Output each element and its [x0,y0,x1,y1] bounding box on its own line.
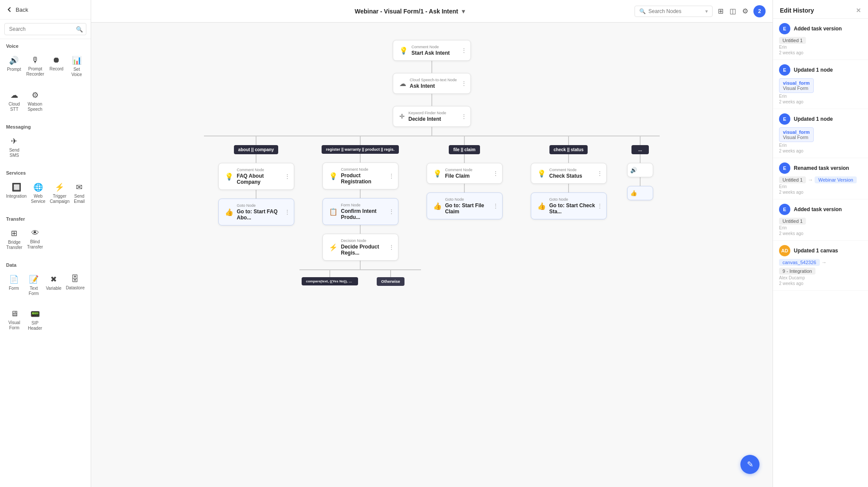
sidebar-item-variable[interactable]: ✖Variable [44,271,63,300]
variable-label: Variable [46,286,62,291]
ask-intent-node[interactable]: ☁ Cloud Speech-to-text Node Ask Intent ⋮ [393,73,471,94]
branch-2-comment-label: Product Registration [341,172,392,185]
decision-node[interactable]: ⚡ Decision Node Decide Product Regis... … [322,234,398,261]
start-node-label: Start Ask Intent [411,50,464,56]
start-node[interactable]: 💡 Comment Node Start Ask Intent ⋮ [393,40,471,61]
settings-icon[interactable]: ⚙ [742,7,748,15]
history-item-2-header: E Updated 1 node [779,64,862,76]
history-item-2-link[interactable]: visual_form [783,80,810,86]
sidebar-item-sip-header[interactable]: 📟SIP Header [25,306,45,335]
history-item-2-avatar: E [779,64,790,76]
branch-4-comment-menu[interactable]: ⋮ [597,170,603,177]
history-item-3-tags: visual_form Visual Form [779,127,862,142]
sidebar-item-msg4[interactable] [66,133,86,162]
branch-1-goto-type: Goto Node [237,203,288,208]
topbar: Webinar - Visual Form/1 - Ask Intent ▾ 🔍… [91,0,773,23]
branch-1-goto-node[interactable]: 👍 Goto Node Go to: Start FAQ Abo... ⋮ [218,199,294,225]
branch-4-comment-label: Check Status [549,173,600,179]
fab-button[interactable]: ✎ [740,455,760,474]
branch-2-vline-mid [360,154,361,162]
ask-intent-menu[interactable]: ⋮ [461,80,467,87]
branch-1-comment-menu[interactable]: ⋮ [284,173,290,180]
close-icon[interactable]: ✕ [856,7,861,14]
sidebar-item-text-form[interactable]: 📝Text Form [24,271,43,300]
branch-1-comment-node[interactable]: 💡 Comment Node FAQ About Company ⋮ [218,163,294,190]
sidebar-item-datastore[interactable]: 🗄Datastore [64,271,86,300]
branch-3-vline-top [464,136,465,145]
prompt-recorder-icon: 🎙 [31,56,39,65]
back-button[interactable]: Back [0,0,91,20]
sidebar-item-msg3[interactable] [46,133,66,162]
branch-4-comment-node[interactable]: 💡 Comment Node Check Status ⋮ [531,163,607,184]
sidebar-item-visual-form[interactable]: 🖥Visual Form [4,306,24,335]
sip-header-icon: 📟 [30,309,40,319]
user-badge[interactable]: 2 [753,5,766,17]
sidebar-search-input[interactable] [4,23,86,35]
search-nodes-dropdown-icon[interactable]: ▾ [705,8,708,14]
branch-1-vline-bot [256,190,256,199]
branch-2-comment-node[interactable]: 💡 Comment Node Product Registration ⋮ [322,162,398,189]
branch-3-comment-menu[interactable]: ⋮ [493,170,499,177]
branch-2-form-menu[interactable]: ⋮ [388,208,395,215]
sidebar-item-trigger-campaign[interactable]: ⚡Trigger Campaign [48,179,72,208]
history-item-1-action: Added task version [794,26,842,32]
sidebar-item-msg2[interactable] [25,133,45,162]
start-node-wrapper: 💡 Comment Node Start Ask Intent ⋮ [393,40,471,61]
right-panel-header: Edit History ✕ [773,0,868,19]
branch-5-goto-node[interactable]: 👍 [627,186,653,200]
history-item-5: E Added task version Untitled 1 Erin 2 w… [773,199,868,241]
canvas[interactable]: 💡 Comment Node Start Ask Intent ⋮ ☁ [91,23,773,487]
branch-2-form-node[interactable]: 📋 Form Node Confirm Intent Produ... ⋮ [322,198,398,225]
sidebar-item-integration[interactable]: 🔲Integration [4,179,28,208]
sidebar-item-record[interactable]: ⏺Record [47,52,66,81]
branches-row: about || company 💡 Comment Node FAQ Abou… [204,136,660,286]
layout-icon[interactable]: ◫ [730,7,736,15]
branch-1-goto-menu[interactable]: ⋮ [284,209,290,215]
ask-intent-icon: ☁ [399,80,406,88]
history-item-1-timeago: 2 weeks ago [779,50,862,55]
start-node-menu[interactable]: ⋮ [461,47,467,54]
search-nodes-input[interactable] [648,8,703,14]
history-item-3-user: Erin [779,143,862,148]
sidebar-item-send-email[interactable]: ✉Send Email [72,179,86,208]
sidebar-item-set-voice[interactable]: 📊Set Voice [67,52,86,81]
sidebar-item-cloud-stt[interactable]: ☁Cloud STT [4,87,24,116]
branch-4-goto-node[interactable]: 👍 Goto Node Go to: Start Check Sta... ⋮ [531,192,607,219]
history-item-6-tag-1: canvas_542326 [779,259,820,266]
branch-3-comment-node[interactable]: 💡 Comment Node File Claim ⋮ [427,163,503,184]
branch-3-goto-menu[interactable]: ⋮ [493,202,499,209]
sidebar-item-form[interactable]: 📄Form [4,271,23,300]
branch-2-comment-menu[interactable]: ⋮ [388,172,395,179]
prompt-label: Prompt [7,67,21,72]
history-item-5-header: E Added task version [779,204,862,215]
decide-intent-node[interactable]: ✛ Keyword Finder Node Decide Intent ⋮ [393,106,471,127]
bridge-transfer-icon: ⊞ [11,229,17,238]
search-icon: 🔍 [76,26,83,33]
grid-icon[interactable]: ⊞ [718,7,723,15]
sidebar-item-web-service[interactable]: 🌐Web Service [29,179,47,208]
sidebar-item-watson-speech[interactable]: ⚙Watson Speech [25,87,45,116]
sidebar-item-blind-transfer[interactable]: 👁Blind Transfer [25,225,45,254]
branch-5-comment-node[interactable]: 🔊 [627,163,653,177]
history-item-1-tags: Untitled 1 [779,37,862,44]
history-item-5-time: 2 weeks ago [779,231,862,236]
form-label: Form [9,286,19,291]
sidebar-item-send-sms[interactable]: ✈Send SMS [4,133,24,162]
decision-icon: ⚡ [329,243,338,252]
branch-5-condition: ... [631,145,649,154]
branch-4-goto-menu[interactable]: ⋮ [597,202,603,209]
history-item-3-link[interactable]: visual_form [783,129,810,135]
title-dropdown-icon[interactable]: ▾ [462,8,465,15]
history-item-4-time: 2 weeks ago [779,190,862,195]
search-nodes-container[interactable]: 🔍 ▾ [635,6,713,17]
branch-3-goto-node[interactable]: 👍 Goto Node Go to: Start File Claim ⋮ [427,192,503,219]
sidebar-item-prompt-recorder[interactable]: 🎙Prompt Recorder [25,52,46,81]
branch-1-comment-content: Comment Node FAQ About Company [237,168,288,185]
branch-1-vline-top [256,136,256,145]
history-item-6-tag-2: 9 - Integration [779,268,815,275]
sidebar-item-bridge-transfer[interactable]: ⊞Bridge Transfer [4,225,24,254]
sidebar-item-prompt[interactable]: 🔊Prompt [4,52,24,81]
decide-intent-menu[interactable]: ⋮ [461,113,467,120]
decision-menu[interactable]: ⋮ [388,244,395,251]
history-item-5-avatar: E [779,204,790,215]
